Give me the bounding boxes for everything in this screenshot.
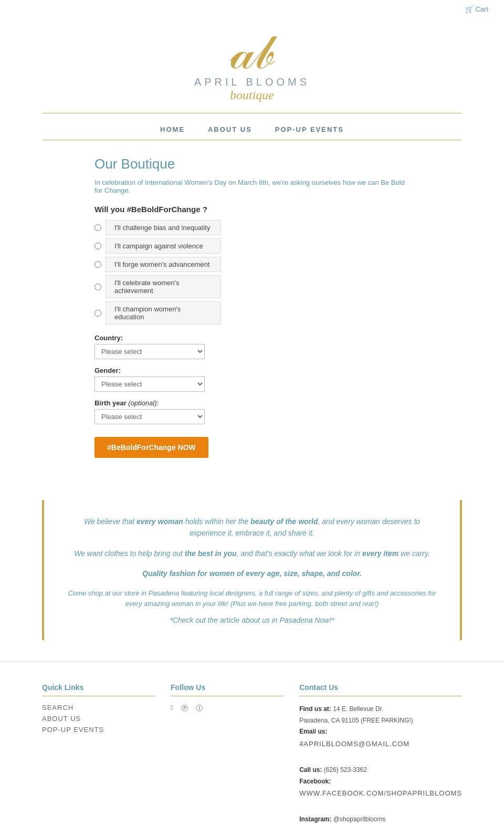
contact-ig-handle: @shopaprilblooms xyxy=(333,815,386,823)
main-nav: HOME ABOUT US POP-UP EVENTS xyxy=(0,119,504,140)
radio-label-2[interactable]: I'll campaign against violence xyxy=(106,238,221,254)
facebook-icon[interactable]:  xyxy=(171,704,174,713)
quote-line-5: *Check out the article about us in Pasad… xyxy=(65,616,439,624)
contact-ig-label: Instagram: xyxy=(299,815,331,823)
submit-button[interactable]: #BeBoldForChange NOW xyxy=(94,437,208,458)
footer-grid: Quick Links Search ABOUT US POP-UP EVENT… xyxy=(42,683,462,826)
contact-email-label: Email us: xyxy=(299,728,327,735)
main-content: Our Boutique In celebration of Internati… xyxy=(52,156,452,479)
footer-quicklinks: Quick Links Search ABOUT US POP-UP EVENT… xyxy=(42,683,155,826)
footer-link-search[interactable]: Search xyxy=(42,704,155,712)
radio-item-4: I'll celebrate women's achievement xyxy=(94,275,410,298)
contact-city: Pasadena, CA 91105 (FREE PARKING!) xyxy=(299,717,413,724)
contact-address-label: Find us at: xyxy=(299,705,333,713)
radio-opt3[interactable] xyxy=(94,261,101,268)
birthyear-label: Birth year (optional): xyxy=(94,399,410,407)
logo-wrapper: 𝒶𝒷 APRIL BLOOMS boutique xyxy=(194,29,310,102)
quote-line-3: Quality fashion for women of every age, … xyxy=(65,568,439,579)
radio-label-4[interactable]: I'll celebrate women's achievement xyxy=(106,275,221,298)
followus-title: Follow Us xyxy=(171,683,284,696)
quote-line-2: We want clothes to help bring out the be… xyxy=(65,548,439,559)
gender-select[interactable]: Please select Female Male Non-binary Pre… xyxy=(94,377,205,392)
section-title: Our Boutique xyxy=(94,156,410,172)
form-section: Will you #BeBoldForChange ? I'll challen… xyxy=(94,205,410,458)
footer-followus: Follow Us  Ⓟ Ⓘ xyxy=(171,683,284,826)
nav-about[interactable]: ABOUT US xyxy=(208,126,252,133)
gender-label: Gender: xyxy=(94,367,410,374)
nav-popup[interactable]: POP-UP EVENTS xyxy=(275,126,344,133)
top-bar: 🛒 Cart xyxy=(0,0,504,18)
country-select[interactable]: Please select United States Canada Unite… xyxy=(94,344,205,359)
contact-phone: (626) 523-3362 xyxy=(324,766,367,773)
radio-opt4[interactable] xyxy=(94,284,101,290)
intro-text: In celebration of International Women's … xyxy=(94,179,410,194)
quote-line-1: We believe that every woman holds within… xyxy=(65,516,439,539)
radio-opt5[interactable] xyxy=(94,310,101,317)
radio-opt2[interactable] xyxy=(94,243,101,249)
contact-address: 14 E. Bellevue Dr. xyxy=(333,705,383,713)
pinterest-icon[interactable]: Ⓟ xyxy=(181,704,188,713)
cart-icon: 🛒 xyxy=(465,5,474,13)
radio-opt1[interactable] xyxy=(94,224,101,231)
divider-nav-bottom xyxy=(42,140,462,140)
contact-info: Find us at: 14 E. Bellevue Dr. Pasadena,… xyxy=(299,704,462,826)
contact-fb-label: Facebook: xyxy=(299,778,331,785)
social-icons:  Ⓟ Ⓘ xyxy=(171,704,284,716)
radio-label-5[interactable]: I'll champion women's education xyxy=(106,301,221,325)
radio-group: I'll challenge bias and inequality I'll … xyxy=(94,220,410,325)
cart-link[interactable]: Cart xyxy=(475,5,488,13)
contact-phone-label: Call us: xyxy=(299,766,322,773)
birthyear-field-group: Birth year (optional): Please select 199… xyxy=(94,399,410,424)
divider-top xyxy=(42,113,462,113)
quote-section: We believe that every woman holds within… xyxy=(42,500,462,640)
contact-email[interactable]: 4aprilblooms@gmail.com xyxy=(299,738,462,750)
contact-title: Contact Us xyxy=(299,683,462,696)
logo-cursive: 𝒶𝒷 xyxy=(194,29,310,76)
radio-label-3[interactable]: I'll forge women's advancement xyxy=(106,257,221,272)
country-label: Country: xyxy=(94,334,410,342)
footer-link-about[interactable]: ABOUT US xyxy=(42,715,155,723)
gender-field-group: Gender: Please select Female Male Non-bi… xyxy=(94,367,410,392)
quote-line-4: Come shop at our store in Pasadena featu… xyxy=(65,588,439,610)
brand-boutique: boutique xyxy=(194,88,310,102)
radio-item-1: I'll challenge bias and inequality xyxy=(94,220,410,235)
brand-row: APRIL BLOOMS xyxy=(194,76,310,88)
radio-item-3: I'll forge women's advancement xyxy=(94,257,410,272)
quicklinks-title: Quick Links xyxy=(42,683,155,696)
birthyear-select[interactable]: Please select 1990199119921993 199419951… xyxy=(94,409,205,424)
radio-item-2: I'll campaign against violence xyxy=(94,238,410,254)
nav-home[interactable]: HOME xyxy=(160,126,185,133)
form-question: Will you #BeBoldForChange ? xyxy=(94,205,410,214)
footer-link-popup[interactable]: POP-UP EVENTS xyxy=(42,726,155,734)
radio-item-5: I'll champion women's education xyxy=(94,301,410,325)
brand-name: APRIL BLOOMS xyxy=(194,76,310,88)
footer: Quick Links Search ABOUT US POP-UP EVENT… xyxy=(0,661,504,826)
logo-area: 𝒶𝒷 APRIL BLOOMS boutique xyxy=(0,18,504,108)
instagram-icon[interactable]: Ⓘ xyxy=(196,704,203,713)
country-field-group: Country: Please select United States Can… xyxy=(94,334,410,359)
contact-fb-url[interactable]: www.facebook.com/shopaprilblooms xyxy=(299,787,462,799)
footer-contact: Contact Us Find us at: 14 E. Bellevue Dr… xyxy=(299,683,462,826)
radio-label-1[interactable]: I'll challenge bias and inequality xyxy=(106,220,221,235)
